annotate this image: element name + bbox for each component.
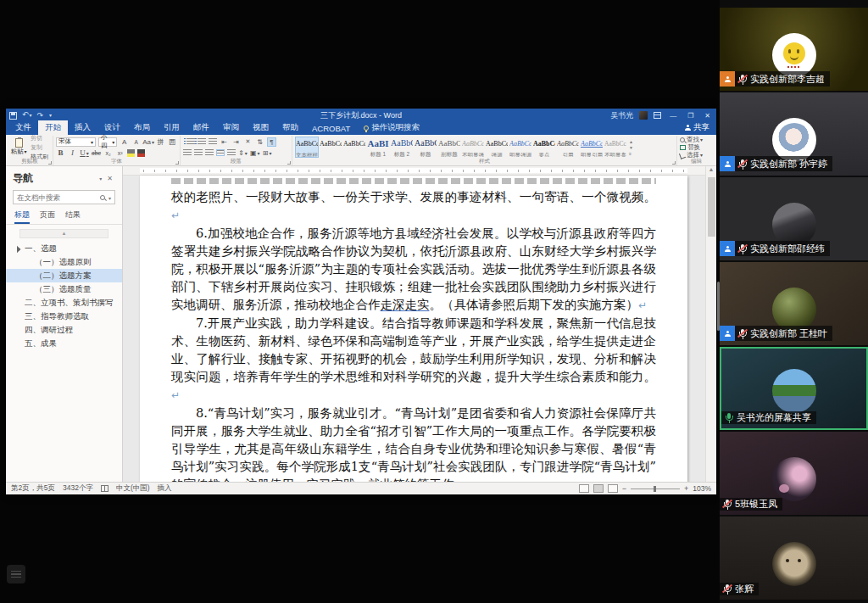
share-button[interactable]: 共享 [685, 122, 709, 135]
decrease-indent-icon[interactable]: ⇤ [220, 137, 229, 147]
document-page[interactable]: 校的老照片、一段财大故事、一份关于求学、发展的事迹材料、一句寄语、一个微视频。↵… [140, 176, 687, 482]
nav-options-icon[interactable] [96, 175, 104, 182]
tab-references[interactable]: 引用 [157, 120, 186, 135]
nav-heading-item[interactable]: 二、立项书、策划书撰写 [6, 296, 122, 310]
strikethrough-button[interactable]: abc [92, 148, 101, 158]
account-avatar[interactable] [639, 111, 648, 120]
style-item[interactable]: AaBI标题 1 [366, 137, 390, 158]
nav-search-box[interactable] [13, 190, 115, 204]
nav-tab-pages[interactable]: 页面 [40, 209, 55, 221]
proofing-book-icon[interactable] [101, 485, 108, 492]
numbering-icon[interactable] [198, 138, 206, 145]
minimize-button[interactable]: — [667, 112, 679, 120]
language-indicator[interactable]: 中文(中国) [116, 483, 150, 494]
style-item[interactable]: AaBbC标题 2 [390, 137, 414, 158]
tab-acrobat[interactable]: ACROBAT [305, 122, 357, 135]
nav-heading-item[interactable]: 四、调研过程 [6, 323, 122, 337]
tab-help[interactable]: 帮助 [275, 120, 305, 135]
tab-file[interactable]: 文件 [8, 120, 38, 135]
style-item[interactable]: AaBbCcD文本框样式 [295, 137, 319, 158]
nav-heading-item[interactable]: 五、成果 [6, 337, 122, 350]
tab-mailings[interactable]: 邮件 [186, 120, 216, 135]
print-layout-icon[interactable] [593, 484, 604, 493]
web-layout-icon[interactable] [608, 484, 618, 493]
replace-button[interactable]: 替换 [680, 144, 713, 151]
align-left-icon[interactable] [183, 149, 192, 156]
zoom-slider[interactable] [631, 489, 680, 489]
save-icon[interactable] [9, 112, 17, 120]
style-item[interactable]: AaBbCcD强调 [485, 137, 509, 158]
find-button[interactable]: 查找 [680, 137, 713, 143]
show-marks-toggle[interactable]: ¶ [267, 137, 276, 147]
participant-tile[interactable]: 5班银玉凤 [720, 432, 868, 515]
gallery-down-icon[interactable]: ▼ [629, 145, 633, 150]
ribbon-display-options-icon[interactable] [654, 112, 661, 119]
style-item[interactable]: AaBbCcD引用 [556, 137, 580, 158]
nav-tab-results[interactable]: 结果 [65, 209, 81, 221]
tab-view[interactable]: 视图 [246, 120, 275, 135]
style-item[interactable]: AaBbCcD明显强调 [509, 137, 532, 158]
nav-heading-item[interactable]: （三）选题质量 [6, 282, 122, 296]
nav-heading-item[interactable]: 三、指导教师选取 [6, 310, 122, 323]
gallery-up-icon[interactable]: ▲ [629, 139, 633, 144]
meeting-toolbar-toggle[interactable] [7, 565, 25, 583]
nav-close-icon[interactable]: ✕ [104, 175, 115, 182]
font-dialog-launcher-icon[interactable] [175, 161, 179, 165]
restore-button[interactable]: ❐ [685, 112, 696, 120]
justify-icon[interactable] [216, 149, 225, 156]
increase-indent-icon[interactable]: ⇥ [231, 137, 241, 147]
style-item[interactable]: AaBbC标题 [414, 137, 437, 158]
scrollbar-thumb[interactable] [708, 177, 715, 237]
participant-tile[interactable]: 实践创新部 孙宇婷 [720, 92, 868, 176]
tell-me-search[interactable]: 操作说明搜索 [364, 122, 420, 135]
undo-icon[interactable]: ↶ [22, 111, 32, 120]
nav-heading-item[interactable]: （一）选题原则 [6, 255, 122, 269]
nav-tab-headings[interactable]: 标题 [14, 209, 30, 224]
style-item[interactable]: AaBbCcDi不明显参考 [604, 137, 627, 158]
copy-button[interactable]: 复制 [31, 143, 48, 152]
line-spacing-icon[interactable]: ⇕ [238, 148, 248, 158]
insert-mode-indicator[interactable]: 插入 [158, 483, 172, 494]
page-indicator[interactable]: 第2页，共5页 [11, 483, 55, 494]
asian-layout-icon[interactable]: ✕ [243, 137, 253, 147]
zoom-level[interactable]: 103% [693, 484, 711, 493]
nav-search-input[interactable] [17, 193, 97, 202]
shading-icon[interactable]: ▣ [250, 148, 260, 158]
tab-home[interactable]: 开始 [38, 120, 68, 135]
sort-icon[interactable]: ⇅ [255, 137, 264, 147]
participant-tile-screen-share[interactable]: 吴书光的屏幕共享 [720, 347, 868, 430]
clipboard-dialog-launcher-icon[interactable] [48, 161, 52, 165]
paste-button[interactable]: 粘贴 [9, 137, 28, 157]
redo-icon[interactable]: ↷ [37, 112, 44, 120]
superscript-button[interactable]: x² [115, 148, 125, 158]
style-item[interactable]: AaBbCcD明显引用 [580, 137, 604, 158]
tab-insert[interactable]: 插入 [68, 120, 97, 135]
nav-heading-item[interactable]: 一、选题 [6, 242, 122, 255]
nav-scroll-up-icon[interactable]: ▲ [19, 229, 108, 238]
font-size-combobox[interactable]: 小四 [98, 137, 117, 147]
participant-tile[interactable]: 实践创新部李吉超 [720, 8, 868, 91]
align-center-icon[interactable] [194, 149, 203, 156]
underline-button[interactable]: U [80, 148, 89, 158]
style-item[interactable]: AaBbCcD不明显强调 [461, 137, 485, 158]
italic-button[interactable]: I [68, 148, 77, 158]
nav-heading-item-selected[interactable]: （二）选题方案 [6, 269, 122, 282]
style-item[interactable]: AaBbCcD要点 [532, 137, 556, 158]
word-count[interactable]: 3432个字 [63, 483, 93, 494]
gallery-expand-icon[interactable]: ≡ [629, 151, 633, 156]
style-item[interactable]: AaBbCcD→正文 [319, 137, 342, 158]
participant-tile[interactable]: 实践创新部邵经纬 [720, 177, 868, 260]
zoom-out-button[interactable]: − [622, 484, 626, 493]
account-name[interactable]: 吴书光 [610, 110, 633, 121]
text-highlight-icon[interactable] [127, 149, 135, 157]
vertical-scrollbar[interactable]: ▲ [705, 166, 716, 482]
cut-button[interactable]: 剪切 [31, 134, 48, 142]
participant-tile[interactable]: 实践创新部 王桂叶 [720, 262, 868, 345]
zoom-in-button[interactable]: + [684, 484, 688, 493]
align-right-icon[interactable] [205, 149, 214, 156]
close-button[interactable]: ✕ [702, 112, 713, 120]
grow-font-button[interactable]: A [120, 137, 129, 147]
font-color-icon[interactable]: A [137, 149, 145, 157]
styles-dialog-launcher-icon[interactable] [672, 161, 676, 165]
font-name-combobox[interactable]: 宋体 [56, 137, 96, 147]
